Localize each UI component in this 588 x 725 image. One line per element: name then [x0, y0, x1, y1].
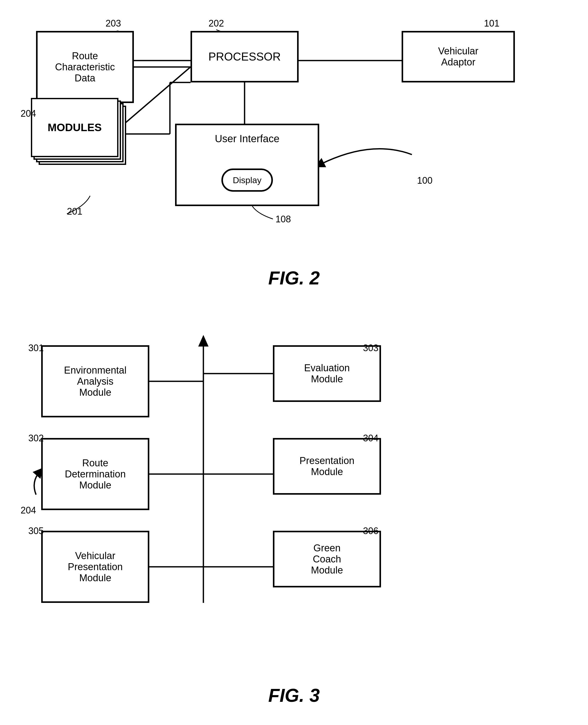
fig2-container: Route Characteristic Data PROCESSOR Vehi… — [16, 10, 572, 294]
page: Route Characteristic Data PROCESSOR Vehi… — [0, 0, 588, 725]
va-label: Vehicular Adaptor — [438, 46, 478, 68]
eval-label: Evaluation Module — [304, 363, 350, 385]
modules-label: MODULES — [48, 121, 102, 134]
ref-101: 101 — [484, 18, 500, 29]
route-characteristic-data-box: Route Characteristic Data — [36, 31, 134, 103]
ref-108: 108 — [275, 214, 291, 225]
display-label: Display — [233, 175, 261, 185]
fig3-caption: FIG. 3 — [268, 685, 320, 706]
uid-label: User Interface — [215, 133, 279, 144]
env-label: Environmental Analysis Module — [64, 365, 127, 398]
processor-box: PROCESSOR — [190, 31, 299, 82]
user-interface-box: User Interface Display — [175, 124, 319, 206]
ref3-302: 302 — [28, 433, 44, 444]
ref-201: 201 — [67, 206, 82, 217]
ref3-204: 204 — [21, 505, 36, 516]
ref3-304: 304 — [363, 433, 378, 444]
processor-label: PROCESSOR — [208, 50, 280, 63]
evaluation-box: Evaluation Module — [273, 345, 381, 402]
modules-stack: MODULES — [31, 98, 129, 170]
vehicular-adaptor-box: Vehicular Adaptor — [402, 31, 515, 82]
route-determination-box: Route Determination Module — [41, 438, 149, 510]
rcd-label: Route Characteristic Data — [55, 51, 115, 84]
green-coach-box: Green Coach Module — [273, 531, 381, 587]
ref-204: 204 — [21, 108, 36, 119]
environmental-analysis-box: Environmental Analysis Module — [41, 345, 149, 417]
presentation-box: Presentation Module — [273, 438, 381, 495]
ref-203: 203 — [106, 18, 121, 29]
ref3-301: 301 — [28, 343, 44, 354]
ref3-305: 305 — [28, 526, 44, 537]
ref-100: 100 — [417, 175, 433, 186]
fig3-container: Environmental Analysis Module Route Dete… — [16, 330, 572, 711]
green-coach-label: Green Coach Module — [311, 543, 343, 576]
pres-label: Presentation Module — [299, 455, 354, 478]
vehicular-presentation-box: Vehicular Presentation Module — [41, 531, 149, 603]
display-pill: Display — [222, 168, 273, 192]
ref3-303: 303 — [363, 343, 378, 354]
ref3-306: 306 — [363, 526, 378, 537]
route-det-label: Route Determination Module — [65, 458, 126, 491]
veh-pres-label: Vehicular Presentation Module — [68, 550, 123, 584]
svg-marker-10 — [198, 335, 209, 346]
module-card-front: MODULES — [31, 98, 119, 157]
fig2-caption: FIG. 2 — [268, 267, 320, 288]
ref-202: 202 — [209, 18, 224, 29]
